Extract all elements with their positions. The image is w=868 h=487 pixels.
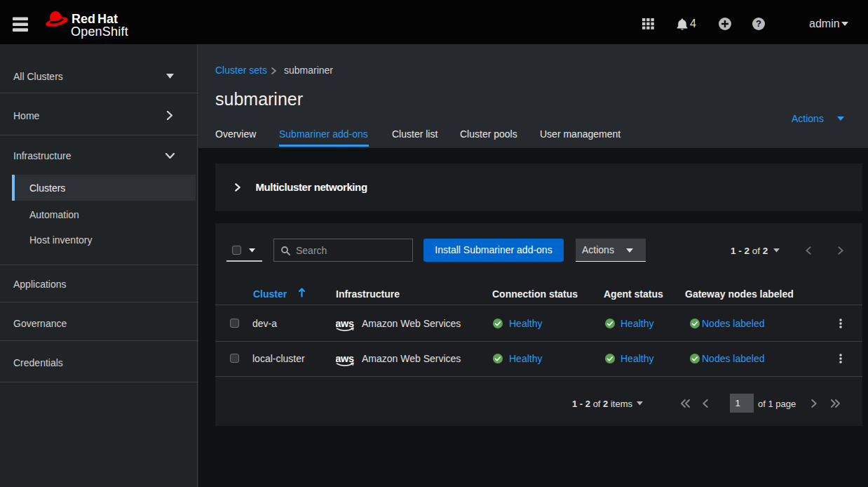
svg-text:aws: aws [336, 354, 354, 364]
svg-text:aws: aws [336, 319, 354, 329]
svg-text:?: ? [756, 18, 761, 29]
